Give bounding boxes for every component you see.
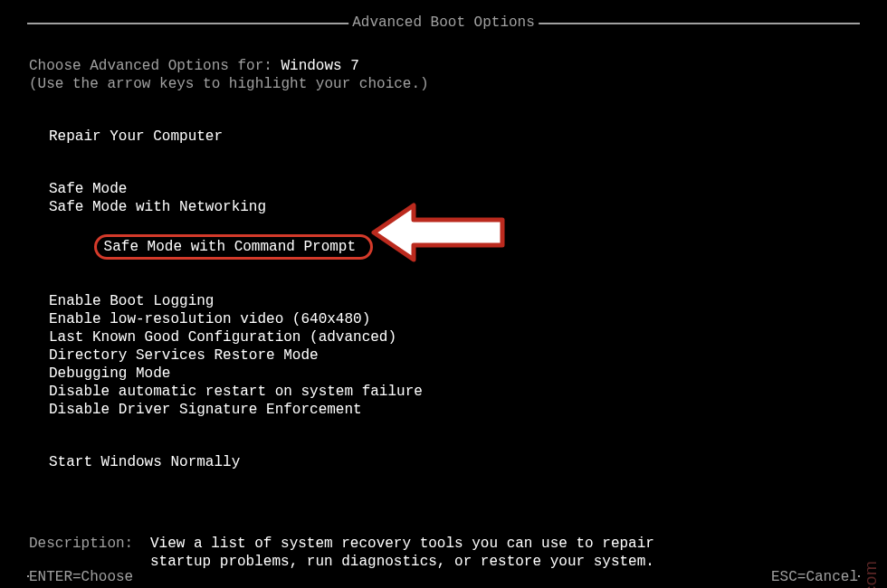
menu-disable-driver-sig[interactable]: Disable Driver Signature Enforcement (29, 401, 858, 419)
highlight-ring: Safe Mode with Command Prompt (94, 234, 373, 260)
choose-label: Choose Advanced Options for: (29, 58, 281, 74)
boot-options-frame: Advanced Boot Options Choose Advanced Op… (27, 23, 860, 577)
watermark-text: 2-remove-virus.com (860, 561, 882, 588)
menu-safe-mode-command-prompt[interactable]: Safe Mode with Command Prompt (29, 216, 858, 278)
enter-hint: ENTER=Choose (29, 568, 133, 586)
menu-last-known-good[interactable]: Last Known Good Configuration (advanced) (29, 328, 858, 346)
menu-disable-auto-restart[interactable]: Disable automatic restart on system fail… (29, 383, 858, 401)
screen-title: Advanced Boot Options (348, 14, 539, 32)
menu-debugging-mode[interactable]: Debugging Mode (29, 365, 858, 383)
esc-hint: ESC=Cancel (771, 568, 858, 586)
arrow-hint: (Use the arrow keys to highlight your ch… (29, 75, 858, 93)
menu-low-res-video[interactable]: Enable low-resolution video (640x480) (29, 310, 858, 328)
menu-repair-computer[interactable]: Repair Your Computer (29, 128, 858, 146)
description-line-1: View a list of system recovery tools you… (150, 535, 858, 553)
menu-safe-mode[interactable]: Safe Mode (29, 180, 858, 198)
os-name: Windows 7 (281, 58, 358, 74)
menu-boot-logging[interactable]: Enable Boot Logging (29, 292, 858, 310)
footer-bar: ENTER=Choose ESC=Cancel (29, 568, 858, 586)
menu-ds-restore-mode[interactable]: Directory Services Restore Mode (29, 346, 858, 365)
menu-start-normally[interactable]: Start Windows Normally (29, 453, 858, 471)
description-label: Description: (29, 535, 150, 571)
menu-safe-mode-networking[interactable]: Safe Mode with Networking (29, 198, 858, 216)
